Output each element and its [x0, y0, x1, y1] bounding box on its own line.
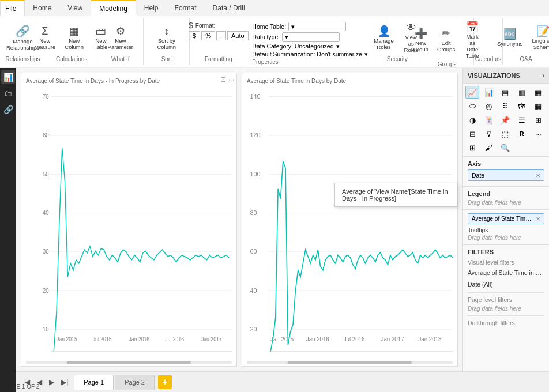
- group-properties: Home Table: ▾ Data type: ▾ Data Category…: [247, 18, 374, 65]
- viz-r-icon[interactable]: R: [515, 127, 529, 140]
- percent-button[interactable]: %: [201, 31, 215, 40]
- new-measure-button[interactable]: Σ NewMeasure: [31, 25, 59, 51]
- viz-table-icon[interactable]: ⊞: [531, 114, 545, 126]
- viz-slicer-icon[interactable]: ☰: [515, 114, 529, 126]
- tab-format[interactable]: Format: [167, 0, 205, 16]
- viz-map-icon[interactable]: 🗺: [515, 100, 529, 112]
- tab-view[interactable]: View: [59, 0, 91, 16]
- viz-funnel-icon[interactable]: ⊽: [482, 127, 496, 140]
- viz-column-icon[interactable]: ▥: [515, 86, 529, 99]
- home-table-dropdown[interactable]: ▾: [288, 22, 346, 31]
- new-group-button[interactable]: ➕ NewGroup: [409, 27, 433, 54]
- viz-format-icon[interactable]: 🖌: [482, 141, 496, 154]
- data-type-dropdown[interactable]: ▾: [282, 32, 340, 42]
- synonyms-label: Synonyms: [497, 40, 522, 47]
- linguistic-schema-icon: 📝: [537, 26, 549, 36]
- viz-tooltips-drag-hint: Drag data fields here: [468, 235, 544, 241]
- viz-stacked-bar-icon[interactable]: ▤: [498, 86, 512, 99]
- chart-1-more-icon[interactable]: ···: [228, 76, 234, 84]
- viz-fields-icon[interactable]: ⊞: [465, 141, 479, 154]
- security-group-label: Security: [387, 56, 408, 62]
- calendars-group-label: Calendars: [475, 56, 502, 62]
- viz-panel-title: VISUALIZATIONS: [468, 72, 520, 79]
- viz-pie-icon[interactable]: ⬭: [465, 100, 479, 112]
- chart-1-expand-icon[interactable]: ⊡: [220, 76, 226, 84]
- data-category-label: Data Category: Uncategorized: [252, 43, 333, 50]
- sort-group-label: Sort: [161, 56, 172, 62]
- viz-axis-field[interactable]: Date ✕: [468, 169, 544, 181]
- svg-text:50: 50: [43, 170, 49, 178]
- svg-text:30: 30: [43, 247, 49, 255]
- svg-text:20: 20: [250, 325, 257, 333]
- filter-item-1[interactable]: Average of State Time in …: [468, 268, 544, 277]
- new-column-icon: ▦: [69, 26, 79, 36]
- tab-data-drill[interactable]: Data / Drill: [205, 0, 253, 16]
- viz-axis-field-remove-icon[interactable]: ✕: [536, 172, 540, 179]
- new-parameter-button[interactable]: ⚙ NewParameter: [104, 25, 137, 51]
- new-column-button[interactable]: ▦ NewColumn: [61, 25, 87, 51]
- relationships-group-label: Relationships: [5, 56, 40, 62]
- viz-kpi-icon[interactable]: 📌: [498, 114, 512, 126]
- new-parameter-icon: ⚙: [116, 26, 125, 36]
- viz-treemap-icon[interactable]: ▦: [531, 100, 545, 112]
- viz-more-icon[interactable]: ···: [531, 127, 545, 140]
- viz-line-chart-icon[interactable]: 📈: [465, 86, 479, 99]
- viz-analytics-icon[interactable]: 🔍: [498, 141, 512, 154]
- sidebar-left: 📊 🗂 🔗: [0, 68, 16, 392]
- linguistic-schema-button[interactable]: 📝 LinguisticSchema: [528, 25, 549, 51]
- viz-legend-drag-hint: Drag data fields here: [468, 199, 544, 206]
- tab-home[interactable]: Home: [25, 0, 59, 16]
- svg-text:10: 10: [43, 325, 49, 333]
- svg-text:60: 60: [250, 248, 257, 255]
- synonyms-button[interactable]: 🔤 Synonyms: [494, 28, 526, 48]
- viz-values-field-remove-icon[interactable]: ✕: [536, 216, 540, 222]
- viz-matrix-icon[interactable]: ⊟: [465, 127, 479, 140]
- page-nav-last[interactable]: ▶|: [59, 377, 70, 387]
- tab-help[interactable]: Help: [136, 0, 167, 16]
- group-calculations: Σ NewMeasure ▦ NewColumn 🗃 NewTable Calc…: [46, 18, 97, 65]
- edit-groups-button[interactable]: ✏ EditGroups: [435, 27, 458, 54]
- manage-roles-button[interactable]: 👤 ManageRoles: [371, 25, 397, 51]
- new-parameter-label: NewParameter: [108, 37, 133, 50]
- chart-2[interactable]: Average of State Time in Days by Date Av…: [242, 73, 458, 367]
- add-page-button[interactable]: +: [158, 375, 172, 389]
- viz-area-icon[interactable]: ▦: [531, 86, 545, 99]
- page-level-filters-label: Page level filters: [468, 296, 544, 303]
- sidebar-data-icon[interactable]: 🗂: [1, 86, 15, 100]
- tab-modeling[interactable]: Modeling: [91, 0, 136, 16]
- data-type-label: Data type:: [252, 33, 280, 40]
- currency-button[interactable]: $: [189, 31, 200, 40]
- svg-text:Jul 2015: Jul 2015: [93, 336, 112, 343]
- groups-group-label: Groups: [438, 61, 457, 67]
- new-measure-icon: Σ: [42, 26, 48, 36]
- sidebar-model-icon[interactable]: 🔗: [1, 103, 15, 116]
- auto-button[interactable]: Auto: [227, 31, 249, 40]
- sidebar-report-icon[interactable]: 📊: [1, 70, 15, 84]
- default-summarization-label: Default Summarization: Don't summarize: [252, 51, 362, 58]
- filter-item-2[interactable]: Date (All): [468, 280, 544, 289]
- viz-scatter-icon[interactable]: ⠿: [498, 100, 512, 112]
- page-tab-1[interactable]: Page 1: [74, 375, 114, 390]
- tab-file[interactable]: File: [0, 0, 25, 16]
- viz-panel-expand-icon[interactable]: ›: [542, 71, 544, 80]
- chart-2-title: Average of State Time in Days by Date: [247, 78, 453, 84]
- viz-gauge-icon[interactable]: ◑: [465, 114, 479, 126]
- viz-bar-chart-icon[interactable]: 📊: [482, 86, 496, 99]
- sort-by-column-button[interactable]: ↕ Sort byColumn: [153, 25, 179, 51]
- viz-axis-field-name: Date: [472, 172, 484, 179]
- new-measure-label: NewMeasure: [34, 37, 55, 50]
- comma-button[interactable]: ,: [216, 31, 226, 40]
- viz-values-active-field[interactable]: Average of State Time in … ✕: [468, 213, 544, 224]
- page-nav-next[interactable]: ▶: [47, 377, 57, 387]
- main-canvas: Average of State Time in Days - In Progr…: [16, 68, 462, 371]
- qa-group-label: Q&A: [520, 56, 532, 62]
- whatif-group-label: What If: [111, 56, 130, 62]
- home-table-control: Home Table: ▾: [252, 22, 368, 31]
- chart-1[interactable]: Average of State Time in Days - In Progr…: [21, 73, 237, 367]
- viz-card-icon[interactable]: 🃏: [482, 114, 496, 126]
- viz-donut-icon[interactable]: ◎: [482, 100, 496, 112]
- page-tab-2[interactable]: Page 2: [115, 375, 155, 390]
- svg-text:120: 120: [250, 131, 260, 139]
- viz-waterfall-icon[interactable]: ⬚: [498, 127, 512, 140]
- svg-text:Jan 2016: Jan 2016: [129, 336, 150, 343]
